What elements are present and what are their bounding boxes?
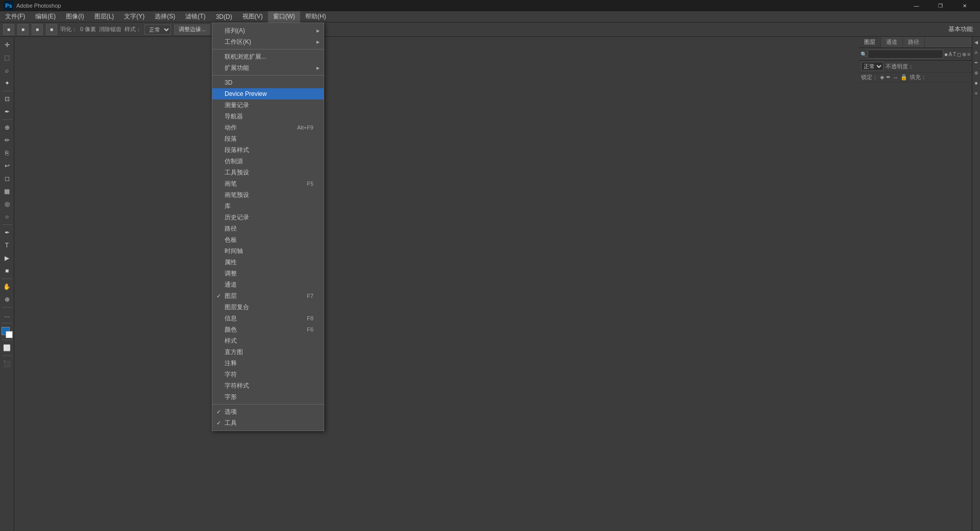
style-select[interactable]: 正常 [144, 24, 171, 35]
menu-window[interactable]: 窗口(W) [268, 11, 300, 22]
menu-histogram[interactable]: 直方图 [212, 346, 324, 358]
menu-notes[interactable]: 注释 [212, 358, 324, 369]
menu-options[interactable]: 选项 [212, 406, 324, 417]
lock-icon3[interactable]: ↔ [893, 74, 898, 81]
menu-workspace[interactable]: 工作区(K) [212, 36, 324, 47]
menu-timeline[interactable]: 时间轴 [212, 245, 324, 257]
quick-mask-tool[interactable]: ⬜ [1, 342, 13, 354]
menu-filter[interactable]: 滤镜(T) [180, 11, 210, 22]
layer-search-opt5[interactable]: ⊕ [962, 52, 966, 57]
menu-view[interactable]: 视图(V) [237, 11, 268, 22]
menu-color[interactable]: 颜色 F6 [212, 324, 324, 335]
restore-button[interactable]: ❐ [929, 0, 952, 11]
screen-mode-tool[interactable]: ⬛ [1, 358, 13, 370]
panel-icon-5[interactable]: ≡ [973, 90, 980, 97]
menu-3d[interactable]: 3D [212, 77, 324, 88]
menu-channels[interactable]: 通道 [212, 279, 324, 290]
collapse-panel-btn[interactable]: ◀ [973, 39, 980, 46]
menu-tools[interactable]: 工具 [212, 417, 324, 428]
shape-tool[interactable]: ■ [1, 265, 13, 277]
brush-tool[interactable]: ✏ [1, 134, 13, 146]
lock-icon2[interactable]: ✒ [886, 74, 891, 81]
selection-tool[interactable]: ⬚ [1, 52, 13, 64]
gradient-tool[interactable]: ▦ [1, 185, 13, 197]
eraser-tool[interactable]: ◻ [1, 172, 13, 185]
lock-icon4[interactable]: 🔒 [900, 74, 908, 81]
layer-search-opt3[interactable]: T [953, 52, 956, 57]
tool-options-btn2[interactable]: ■ [17, 24, 29, 35]
menu-info[interactable]: 信息 F8 [212, 313, 324, 324]
move-tool[interactable]: ✛ [1, 39, 13, 51]
menu-measurement-log[interactable]: 测量记录 [212, 99, 324, 111]
menu-paragraph[interactable]: 段落 [212, 133, 324, 144]
dodge-tool[interactable]: ○ [1, 211, 13, 223]
tool-options-btn1[interactable]: ■ [3, 24, 14, 35]
blur-tool[interactable]: ◎ [1, 198, 13, 210]
panel-icon-2[interactable]: ✒ [973, 59, 980, 66]
menu-tool-presets[interactable]: 工具预设 [212, 167, 324, 178]
menu-brush[interactable]: 画笔 F5 [212, 178, 324, 189]
menu-help[interactable]: 帮助(H) [300, 11, 331, 22]
panel-icon-3[interactable]: ⊕ [973, 69, 980, 77]
pen-tool[interactable]: ✒ [1, 226, 13, 239]
panel-icon-1[interactable]: A [973, 49, 980, 56]
menu-text[interactable]: 文字(Y) [119, 11, 150, 22]
crop-tool[interactable]: ⊡ [1, 93, 13, 105]
panel-icon-4[interactable]: ■ [973, 80, 980, 87]
menu-select[interactable]: 选择(S) [150, 11, 180, 22]
tool-options-btn3[interactable]: ■ [32, 24, 43, 35]
tab-paths[interactable]: 路径 [903, 37, 925, 47]
blend-mode-select[interactable]: 正常 [861, 62, 884, 71]
layer-search-opt6[interactable]: ≡ [967, 52, 970, 57]
menu-actions[interactable]: 动作 Alt+F9 [212, 122, 324, 133]
menu-image[interactable]: 图像(I) [61, 11, 89, 22]
path-selection-tool[interactable]: ▶ [1, 252, 13, 264]
search-input[interactable] [868, 49, 943, 59]
menu-edit[interactable]: 编辑(E) [30, 11, 61, 22]
tab-channels[interactable]: 通道 [881, 37, 903, 47]
menu-libraries[interactable]: 库 [212, 200, 324, 212]
more-tools-button[interactable]: … [1, 309, 13, 321]
minimize-button[interactable]: — [905, 0, 928, 11]
menu-swatches[interactable]: 色板 [212, 234, 324, 245]
refine-edge-button[interactable]: 调整边缘... [174, 24, 210, 35]
close-button[interactable]: ✕ [953, 0, 976, 11]
tab-layers[interactable]: 图层 [859, 37, 881, 47]
clone-tool[interactable]: ⎘ [1, 147, 13, 159]
hand-tool[interactable]: ✋ [1, 281, 13, 293]
magic-wand-tool[interactable]: ✦ [1, 77, 13, 89]
menu-glyphs[interactable]: 字形 [212, 391, 324, 402]
menu-character[interactable]: 字符 [212, 369, 324, 380]
menu-layers[interactable]: 图层 F7 [212, 290, 324, 301]
layer-search-opt4[interactable]: ◻ [957, 52, 961, 57]
layer-search-opt2[interactable]: A [948, 52, 952, 57]
menu-properties[interactable]: 属性 [212, 257, 324, 268]
type-tool[interactable]: T [1, 239, 13, 251]
menu-paragraph-styles[interactable]: 段落样式 [212, 144, 324, 156]
menu-extensions[interactable]: 扩展功能 [212, 62, 324, 73]
tool-options-btn4[interactable]: ■ [46, 24, 57, 35]
menu-file[interactable]: 文件(F) [0, 11, 30, 22]
eyedropper-tool[interactable]: ✒ [1, 106, 13, 118]
history-brush-tool[interactable]: ↩ [1, 160, 13, 172]
menu-layer[interactable]: 图层(L) [89, 11, 119, 22]
menu-brush-presets[interactable]: 画笔预设 [212, 189, 324, 200]
menu-navigator[interactable]: 导航器 [212, 111, 324, 122]
menu-device-preview[interactable]: Device Preview [212, 88, 324, 99]
menu-history[interactable]: 历史记录 [212, 212, 324, 223]
color-swatches[interactable] [2, 327, 13, 338]
menu-browse-extensions[interactable]: 联机浏览扩展... [212, 51, 324, 62]
menu-adjustments[interactable]: 调整 [212, 268, 324, 279]
menu-character-styles[interactable]: 字符样式 [212, 380, 324, 391]
lock-icon1[interactable]: ◈ [880, 74, 884, 81]
background-color[interactable] [6, 331, 13, 338]
menu-3d[interactable]: 3D(D) [211, 11, 237, 22]
layer-search-opt1[interactable]: ■ [944, 52, 947, 57]
healing-tool[interactable]: ⊕ [1, 121, 13, 134]
menu-arrange[interactable]: 排列(A) [212, 25, 324, 36]
lasso-tool[interactable]: ⌕ [1, 64, 13, 77]
menu-clone-source[interactable]: 仿制源 [212, 156, 324, 167]
menu-paths[interactable]: 路径 [212, 223, 324, 234]
menu-layer-comps[interactable]: 图层复合 [212, 301, 324, 313]
menu-styles[interactable]: 样式 [212, 335, 324, 346]
